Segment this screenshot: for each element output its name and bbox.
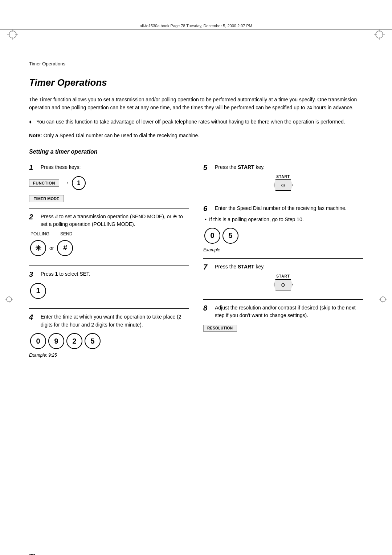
step-5-header: 5 Press the START key.	[203, 163, 363, 172]
step-3-header: 3 Press 1 to select SET.	[29, 270, 189, 279]
step-8-resolution-key: RESOLUTION	[203, 323, 363, 332]
header-file-info: all-fo1530a.book Page 78 Tuesday, Decemb…	[140, 24, 252, 28]
start-label: START	[276, 175, 290, 179]
resolution-key: RESOLUTION	[203, 325, 237, 332]
step-7-number: 7	[203, 263, 212, 271]
reg-mark-top-right	[374, 29, 385, 40]
step-3-keys: 1	[29, 281, 189, 300]
step-6-number: 6	[203, 204, 212, 213]
key-5-2: 5	[222, 228, 238, 244]
section-heading: Setting a timer operation	[29, 149, 363, 155]
step-7-header: 7 Press the START key.	[203, 263, 363, 271]
step-7: 7 Press the START key. START ⊙	[203, 258, 363, 299]
step-5: 5 Press the START key. START ⊙	[203, 159, 363, 200]
step-4-example: Example: 9:25	[29, 353, 189, 358]
step-1: 1 Press these keys: FUNCTION → 1 TIMER M…	[29, 159, 189, 208]
page-number: 78	[29, 552, 35, 555]
step-4-number: 4	[29, 313, 38, 321]
arrow-icon: →	[63, 179, 69, 187]
key-1-large: 1	[30, 283, 46, 299]
start-key-visual: START ⊙	[274, 175, 293, 191]
step-5-start-key: START ⊙	[203, 175, 363, 191]
bold-note: Note: Only a Speed Dial number can be us…	[29, 131, 363, 139]
left-column: 1 Press these keys: FUNCTION → 1 TIMER M…	[29, 159, 189, 364]
step-2: 2 Press # to set a transmission operatio…	[29, 208, 189, 266]
svg-point-25	[380, 297, 385, 302]
polling-key: ✳	[30, 240, 46, 256]
or-text: or	[49, 245, 54, 251]
main-content: Timer Operations The Timer function allo…	[29, 30, 363, 364]
start-label-2: START	[276, 274, 290, 278]
step-2-header: 2 Press # to set a transmission operatio…	[29, 213, 189, 228]
step-4-text: Enter the time at which you want the ope…	[41, 313, 189, 329]
polling-send-keys: ✳ or #	[29, 239, 189, 258]
start-key-icon: ⊙	[281, 182, 285, 188]
function-key: FUNCTION	[29, 179, 59, 187]
step-6-keys: 0 5	[203, 226, 363, 245]
intro-paragraph: The Timer function allows you to set a t…	[29, 96, 363, 112]
polling-label: POLLING	[30, 231, 49, 236]
step-6: 6 Enter the Speed Dial number of the rec…	[203, 200, 363, 258]
step-4-keys: 0 9 2 5	[29, 332, 189, 351]
step-3-text: Press 1 to select SET.	[41, 270, 189, 278]
reg-mark-mid-right	[379, 296, 387, 303]
page-section-label: Timer Operations	[29, 61, 65, 66]
step-2-number: 2	[29, 213, 38, 221]
key-0: 0	[30, 333, 46, 349]
main-title: Timer Operations	[29, 77, 363, 88]
key-1-circle: 1	[72, 176, 86, 190]
start-key-icon-2: ⊙	[281, 282, 285, 288]
start-key-shape-2: ⊙	[274, 279, 293, 291]
step-4: 4 Enter the time at which you want the o…	[29, 308, 189, 364]
step-2-keys: POLLING SEND ✳ or #	[29, 231, 189, 258]
send-label: SEND	[60, 231, 72, 236]
timer-mode-box-container: TIMER MODE	[29, 194, 189, 202]
steps-container: 1 Press these keys: FUNCTION → 1 TIMER M…	[29, 159, 363, 364]
reg-mark-mid-left	[5, 296, 13, 303]
step-5-text: Press the START key.	[215, 163, 363, 171]
step-3-number: 3	[29, 270, 38, 279]
step-6-subbullet: If this is a polling operation, go to St…	[203, 216, 363, 223]
mode-labels: POLLING SEND	[30, 231, 189, 236]
step-6-example: Example	[203, 247, 363, 252]
step-2-text: Press # to set a transmission operation …	[41, 213, 189, 228]
step-8-header: 8 Adjust the resolution and/or contrast …	[203, 304, 363, 320]
step-8-text: Adjust the resolution and/or contrast if…	[215, 304, 363, 320]
key-2: 2	[66, 333, 82, 349]
reg-mark-top-left	[7, 29, 18, 40]
step-6-header: 6 Enter the Speed Dial number of the rec…	[203, 204, 363, 213]
page-container: all-fo1530a.book Page 78 Tuesday, Decemb…	[0, 22, 392, 555]
start-key-shape: ⊙	[274, 179, 293, 191]
step-1-text: Press these keys:	[41, 163, 189, 171]
key-9: 9	[48, 333, 64, 349]
key-0-2: 0	[204, 228, 220, 244]
svg-point-20	[7, 297, 12, 302]
step-4-header: 4 Enter the time at which you want the o…	[29, 313, 189, 329]
step-7-start-key: START ⊙	[203, 274, 363, 291]
step-7-text: Press the START key.	[215, 263, 363, 271]
bullet-note: You can use this function to take advant…	[29, 118, 363, 126]
step-3: 3 Press 1 to select SET. 1	[29, 266, 189, 308]
step-5-number: 5	[203, 163, 212, 172]
right-column: 5 Press the START key. START ⊙	[203, 159, 363, 364]
bold-note-text: Only a Speed Dial number can be used to …	[42, 133, 199, 138]
step-1-number: 1	[29, 163, 38, 172]
start-key-visual-2: START ⊙	[274, 274, 293, 291]
step-6-text: Enter the Speed Dial number of the recei…	[215, 204, 363, 212]
step-8: 8 Adjust the resolution and/or contrast …	[203, 299, 363, 337]
send-key: #	[57, 240, 73, 256]
key-5: 5	[85, 333, 101, 349]
step-8-number: 8	[203, 304, 212, 312]
header-bar: all-fo1530a.book Page 78 Tuesday, Decemb…	[0, 22, 392, 30]
step-1-keys: FUNCTION → 1	[29, 175, 189, 191]
bold-note-label: Note:	[29, 133, 42, 138]
timer-mode-key: TIMER MODE	[29, 195, 64, 202]
step-1-header: 1 Press these keys:	[29, 163, 189, 172]
